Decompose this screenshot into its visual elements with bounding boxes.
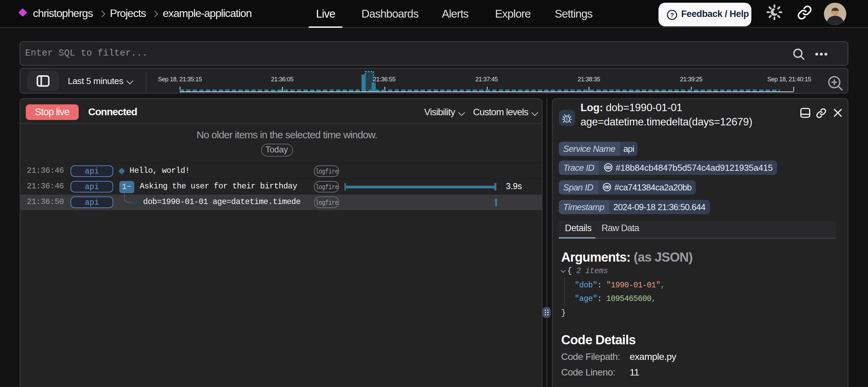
- svg-text:?: ?: [670, 11, 674, 18]
